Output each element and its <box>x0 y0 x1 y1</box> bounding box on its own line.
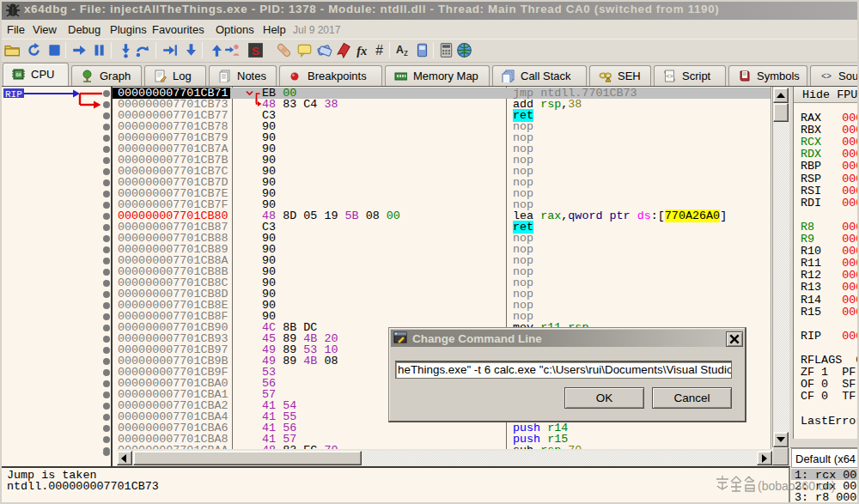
svg-text:S: S <box>252 45 259 58</box>
svg-text:<>: <> <box>666 73 673 80</box>
svg-text:fx: fx <box>356 44 367 58</box>
svg-text:z: z <box>404 48 408 58</box>
svg-text:!: ! <box>607 78 608 82</box>
svg-text:RIP: RIP <box>5 89 22 100</box>
svg-text:#: # <box>375 43 383 58</box>
svg-text:A: A <box>396 44 404 56</box>
svg-text:(bobao360.cn): (bobao360.cn) <box>758 479 835 493</box>
svg-text:64: 64 <box>15 72 21 77</box>
svg-text:<>: <> <box>821 72 832 82</box>
